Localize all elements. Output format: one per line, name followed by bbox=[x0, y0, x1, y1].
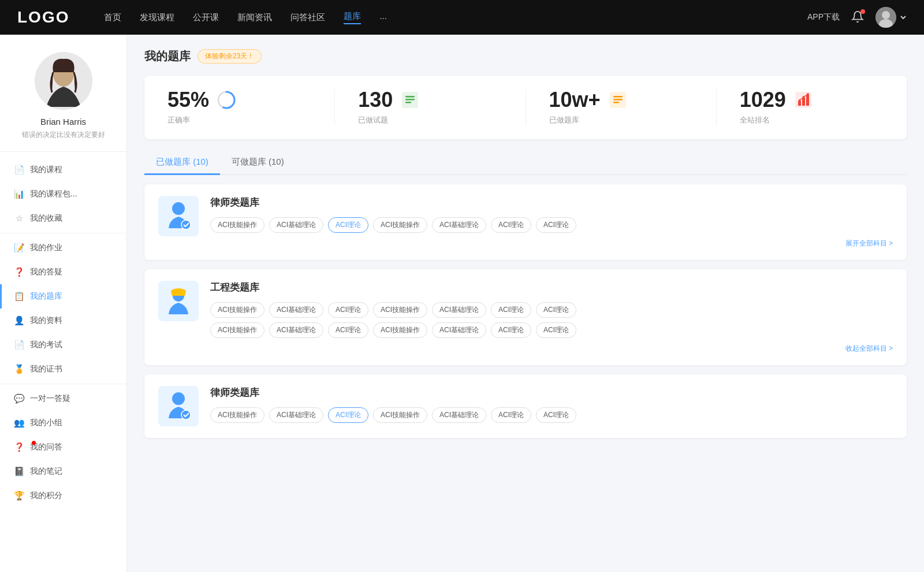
tag-2-4[interactable]: ACI基础理论 bbox=[432, 302, 486, 318]
divider-1 bbox=[0, 233, 126, 233]
stat-value-banks: 10w+ bbox=[549, 90, 601, 110]
stat-value-rank: 1029 bbox=[740, 90, 786, 110]
exam-icon: 📄 bbox=[14, 340, 24, 350]
tag-2-13[interactable]: ACI理论 bbox=[536, 322, 576, 338]
tag-2-1[interactable]: ACI基础理论 bbox=[269, 302, 323, 318]
tag-1-6[interactable]: ACI理论 bbox=[536, 217, 576, 233]
sidebar-label-favorites: 我的收藏 bbox=[30, 213, 62, 224]
sidebar-item-favorites[interactable]: ☆ 我的收藏 bbox=[0, 206, 126, 231]
sidebar-item-myqa[interactable]: ❓ 我的问答 bbox=[0, 435, 126, 459]
course-icon: 📄 bbox=[14, 165, 24, 175]
stat-value-done: 130 bbox=[358, 90, 393, 110]
avatar bbox=[875, 7, 896, 28]
notification-bell[interactable] bbox=[851, 10, 864, 25]
logo[interactable]: LOGO bbox=[17, 8, 69, 27]
tab-available-banks[interactable]: 可做题库 (10) bbox=[220, 151, 296, 175]
nav-news[interactable]: 新闻资讯 bbox=[237, 12, 272, 23]
sidebar-item-qbank[interactable]: 📋 我的题库 bbox=[0, 284, 126, 309]
tab-done-banks[interactable]: 已做题库 (10) bbox=[144, 151, 220, 175]
tag-3-1[interactable]: ACI基础理论 bbox=[269, 407, 323, 423]
qbank-card-3: 律师类题库 ACI技能操作 ACI基础理论 ACI理论 ACI技能操作 ACI基… bbox=[144, 374, 907, 438]
tag-3-0[interactable]: ACI技能操作 bbox=[210, 407, 264, 423]
svg-rect-13 bbox=[613, 99, 623, 101]
myqa-icon: ❓ bbox=[14, 442, 24, 452]
qbank-title-2: 工程类题库 bbox=[210, 281, 893, 294]
sidebar-item-exam[interactable]: 📄 我的考试 bbox=[0, 333, 126, 357]
nav-open-course[interactable]: 公开课 bbox=[193, 12, 219, 23]
sidebar-label-course-pack: 我的课程包... bbox=[30, 189, 77, 199]
nav-discover[interactable]: 发现课程 bbox=[140, 12, 174, 23]
main-layout: Brian Harris 错误的决定比没有决定要好 📄 我的课程 📊 我的课程包… bbox=[0, 35, 924, 572]
qbank-tags-2-row2: ACI技能操作 ACI基础理论 ACI理论 ACI技能操作 ACI基础理论 AC… bbox=[210, 322, 893, 338]
tag-3-6[interactable]: ACI理论 bbox=[536, 407, 576, 423]
sidebar-item-group[interactable]: 👥 我的小组 bbox=[0, 411, 126, 435]
sidebar-item-1on1[interactable]: 💬 一对一答疑 bbox=[0, 387, 126, 411]
tag-2-11[interactable]: ACI基础理论 bbox=[432, 322, 486, 338]
tag-2-6[interactable]: ACI理论 bbox=[536, 302, 576, 318]
stat-label-done: 已做试题 bbox=[358, 115, 388, 125]
sidebar-label-certificate: 我的证书 bbox=[30, 364, 62, 374]
qbank-card-2: 工程类题库 ACI技能操作 ACI基础理论 ACI理论 ACI技能操作 ACI基… bbox=[144, 269, 907, 365]
tag-2-5[interactable]: ACI理论 bbox=[491, 302, 531, 318]
sidebar-item-certificate[interactable]: 🏅 我的证书 bbox=[0, 357, 126, 381]
sidebar-item-course-pack[interactable]: 📊 我的课程包... bbox=[0, 182, 126, 206]
points-icon: 🏆 bbox=[14, 491, 24, 501]
tag-1-0[interactable]: ACI技能操作 bbox=[210, 217, 264, 233]
svg-point-20 bbox=[802, 96, 804, 98]
qbank-info-3: 律师类题库 ACI技能操作 ACI基础理论 ACI理论 ACI技能操作 ACI基… bbox=[210, 386, 893, 423]
tag-3-3[interactable]: ACI技能操作 bbox=[373, 407, 427, 423]
nav-qa[interactable]: 问答社区 bbox=[290, 12, 325, 23]
tag-1-2[interactable]: ACI理论 bbox=[328, 217, 368, 233]
svg-rect-18 bbox=[806, 95, 809, 106]
profile-avatar bbox=[35, 52, 92, 110]
tag-2-12[interactable]: ACI理论 bbox=[491, 322, 531, 338]
tag-3-5[interactable]: ACI理论 bbox=[491, 407, 531, 423]
sidebar-item-profile[interactable]: 👤 我的资料 bbox=[0, 309, 126, 333]
tag-1-1[interactable]: ACI基础理论 bbox=[269, 217, 323, 233]
tag-1-4[interactable]: ACI基础理论 bbox=[432, 217, 486, 233]
profile-icon: 👤 bbox=[14, 315, 24, 326]
stat-correct-rate: 55% 正确率 bbox=[144, 90, 335, 125]
sidebar-label-profile: 我的资料 bbox=[30, 315, 62, 326]
tag-1-3[interactable]: ACI技能操作 bbox=[373, 217, 427, 233]
svg-rect-14 bbox=[613, 102, 619, 103]
tag-2-7[interactable]: ACI技能操作 bbox=[210, 322, 264, 338]
sidebar-item-qa[interactable]: ❓ 我的答疑 bbox=[0, 260, 126, 284]
page-header: 我的题库 体验剩余23天！ bbox=[144, 49, 907, 64]
sidebar-item-homework[interactable]: 📝 我的作业 bbox=[0, 236, 126, 260]
qbank-title-1: 律师类题库 bbox=[210, 196, 893, 209]
tag-2-3[interactable]: ACI技能操作 bbox=[373, 302, 427, 318]
qbank-icon-engineer bbox=[158, 281, 199, 321]
app-download-button[interactable]: APP下载 bbox=[807, 12, 840, 23]
stat-icon-chart-red bbox=[793, 90, 814, 110]
svg-point-27 bbox=[172, 392, 185, 405]
svg-rect-16 bbox=[798, 101, 801, 106]
qbank-icon: 📋 bbox=[14, 291, 24, 302]
sidebar-item-points[interactable]: 🏆 我的积分 bbox=[0, 484, 126, 508]
qbank-expand-1[interactable]: 展开全部科目 > bbox=[210, 239, 893, 248]
sidebar-label-exam: 我的考试 bbox=[30, 340, 62, 350]
user-avatar-wrap[interactable] bbox=[875, 7, 907, 28]
nav-bank[interactable]: 题库 bbox=[344, 11, 361, 24]
notes-icon: 📓 bbox=[14, 466, 24, 477]
nav-home[interactable]: 首页 bbox=[104, 12, 121, 23]
tag-2-2[interactable]: ACI理论 bbox=[328, 302, 368, 318]
qbank-collapse-2[interactable]: 收起全部科目 > bbox=[210, 344, 893, 354]
sidebar-item-course[interactable]: 📄 我的课程 bbox=[0, 158, 126, 182]
sidebar-item-notes[interactable]: 📓 我的笔记 bbox=[0, 459, 126, 484]
sidebar-label-group: 我的小组 bbox=[30, 418, 62, 428]
page-title: 我的题库 bbox=[144, 49, 191, 64]
tag-3-2[interactable]: ACI理论 bbox=[328, 407, 368, 423]
nav-more[interactable]: ··· bbox=[379, 13, 387, 23]
qbank-tags-1: ACI技能操作 ACI基础理论 ACI理论 ACI技能操作 ACI基础理论 AC… bbox=[210, 217, 893, 233]
tag-2-0[interactable]: ACI技能操作 bbox=[210, 302, 264, 318]
qbank-card-1: 律师类题库 ACI技能操作 ACI基础理论 ACI理论 ACI技能操作 ACI基… bbox=[144, 184, 907, 260]
group-icon: 👥 bbox=[14, 418, 24, 428]
tag-2-8[interactable]: ACI基础理论 bbox=[269, 322, 323, 338]
tag-3-4[interactable]: ACI基础理论 bbox=[432, 407, 486, 423]
tag-2-10[interactable]: ACI技能操作 bbox=[373, 322, 427, 338]
tag-2-9[interactable]: ACI理论 bbox=[328, 322, 368, 338]
tag-1-5[interactable]: ACI理论 bbox=[491, 217, 531, 233]
main-content: 我的题库 体验剩余23天！ 55% 正确率 bbox=[127, 35, 924, 572]
qbank-title-3: 律师类题库 bbox=[210, 386, 893, 399]
